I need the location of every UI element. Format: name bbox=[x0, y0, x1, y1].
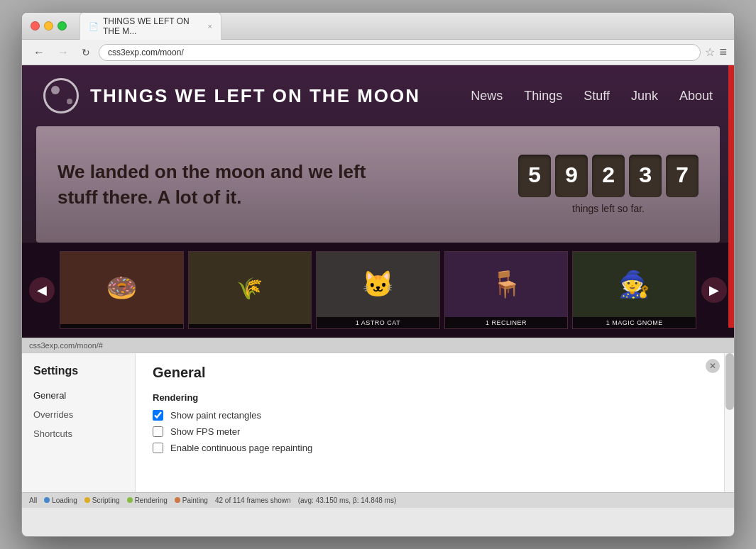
nav-link-news[interactable]: News bbox=[471, 89, 503, 104]
rendering-filter[interactable]: Rendering bbox=[127, 497, 168, 504]
counter-digit-0: 5 bbox=[518, 155, 551, 197]
thumb-item-4[interactable]: 🧙 1 MAGIC GNOME bbox=[572, 251, 696, 329]
maximize-button[interactable] bbox=[57, 21, 67, 30]
thumb-label-2: 1 ASTRO CAT bbox=[317, 317, 439, 328]
bottom-status-bar: All Loading Scripting Rendering Painting… bbox=[22, 492, 734, 508]
close-button[interactable] bbox=[31, 21, 40, 30]
avg-info: (avg: 43.150 ms, β: 14.848 ms) bbox=[298, 497, 397, 504]
thumbnail-strip: ◀ 🍩 🌾 🐱 1 ASTRO CAT 🪑 1 RECLINER bbox=[22, 243, 734, 338]
settings-nav-general[interactable]: General bbox=[22, 386, 135, 405]
thumb-label-1 bbox=[189, 324, 312, 328]
continuous-repainting-checkbox[interactable] bbox=[153, 443, 163, 453]
counter-digit-4: 7 bbox=[666, 155, 699, 197]
counter-digit-1: 9 bbox=[555, 155, 588, 197]
show-paint-rectangles-item: Show paint rectangles bbox=[153, 410, 707, 421]
status-bar: css3exp.com/moon/# bbox=[22, 338, 734, 352]
settings-nav-overrides[interactable]: Overrides bbox=[22, 405, 135, 424]
settings-main: General Rendering Show paint rectangles … bbox=[136, 353, 724, 492]
show-paint-rectangles-label: Show paint rectangles bbox=[170, 410, 261, 421]
scrollbar-thumb[interactable] bbox=[725, 353, 734, 410]
forward-button[interactable]: → bbox=[53, 45, 73, 60]
prev-button[interactable]: ◀ bbox=[29, 277, 55, 303]
moon-logo: THINGS WE LEFT ON THE MOON bbox=[43, 78, 420, 113]
nav-link-about[interactable]: About bbox=[679, 89, 713, 104]
settings-nav-shortcuts[interactable]: Shortcuts bbox=[22, 424, 135, 443]
counter-digit-3: 3 bbox=[629, 155, 662, 197]
tab-title: THINGS WE LEFT ON THE M... bbox=[103, 16, 201, 36]
devtools-content: Settings General Overrides Shortcuts Gen… bbox=[22, 353, 734, 492]
thumb-img-2: 🐱 bbox=[317, 252, 439, 317]
status-url: css3exp.com/moon/# bbox=[29, 341, 103, 350]
counter-label: things left so far. bbox=[572, 203, 645, 214]
settings-section-title: General bbox=[153, 365, 707, 381]
traffic-lights bbox=[31, 21, 67, 30]
devtools-close-button[interactable]: ✕ bbox=[706, 359, 720, 373]
thumb-item-0[interactable]: 🍩 bbox=[60, 251, 184, 329]
thumb-item-3[interactable]: 🪑 1 RECLINER bbox=[444, 251, 569, 329]
browser-window: 📄 THINGS WE LEFT ON THE M... × ← → ↻ ☆ ≡… bbox=[21, 12, 735, 537]
rendering-group-title: Rendering bbox=[153, 392, 707, 403]
thumb-item-2[interactable]: 🐱 1 ASTRO CAT bbox=[316, 251, 440, 329]
counter-section: 5 9 2 3 7 things left so far. bbox=[518, 155, 699, 214]
thumb-item-1[interactable]: 🌾 bbox=[188, 251, 312, 329]
website-content: THINGS WE LEFT ON THE MOON News Things S… bbox=[22, 65, 734, 536]
moon-navigation: THINGS WE LEFT ON THE MOON News Things S… bbox=[22, 65, 734, 126]
continuous-repainting-item: Enable continuous page repainting bbox=[153, 443, 707, 453]
loading-filter[interactable]: Loading bbox=[44, 497, 77, 504]
painting-filter[interactable]: Painting bbox=[175, 497, 208, 504]
site-title: THINGS WE LEFT ON THE MOON bbox=[90, 85, 420, 107]
refresh-button[interactable]: ↻ bbox=[77, 45, 94, 60]
devtools-panel: ✕ Settings General Overrides Shortcuts G… bbox=[22, 352, 734, 508]
counter-digits: 5 9 2 3 7 bbox=[518, 155, 699, 197]
moon-hero: We landed on the moon and we left stuff … bbox=[36, 126, 720, 243]
moon-site: THINGS WE LEFT ON THE MOON News Things S… bbox=[22, 65, 734, 338]
all-filter[interactable]: All bbox=[29, 497, 37, 504]
show-fps-label: Show FPS meter bbox=[170, 426, 240, 437]
scripting-filter[interactable]: Scripting bbox=[84, 497, 120, 504]
show-fps-item: Show FPS meter bbox=[153, 426, 707, 437]
tab-favicon: 📄 bbox=[89, 22, 99, 31]
nav-link-stuff[interactable]: Stuff bbox=[584, 89, 610, 104]
menu-button[interactable]: ≡ bbox=[719, 45, 727, 60]
nav-link-junk[interactable]: Junk bbox=[631, 89, 658, 104]
thumb-img-1: 🌾 bbox=[189, 252, 312, 324]
settings-title: Settings bbox=[22, 365, 135, 386]
thumb-img-0: 🍩 bbox=[60, 252, 183, 324]
moon-logo-icon bbox=[43, 78, 79, 113]
bookmark-button[interactable]: ☆ bbox=[705, 45, 715, 59]
browser-tab[interactable]: 📄 THINGS WE LEFT ON THE M... × bbox=[80, 12, 221, 40]
nav-link-things[interactable]: Things bbox=[524, 89, 562, 104]
next-button[interactable]: ▶ bbox=[701, 277, 727, 303]
thumb-label-0 bbox=[60, 324, 183, 328]
red-border-overlay bbox=[728, 65, 734, 328]
tab-bar: 📄 THINGS WE LEFT ON THE M... × bbox=[80, 12, 725, 40]
show-paint-rectangles-checkbox[interactable] bbox=[153, 410, 163, 421]
continuous-repainting-label: Enable continuous page repainting bbox=[170, 443, 312, 453]
counter-digit-2: 2 bbox=[592, 155, 625, 197]
show-fps-checkbox[interactable] bbox=[153, 426, 163, 437]
moon-nav-links: News Things Stuff Junk About bbox=[471, 89, 713, 104]
settings-sidebar: Settings General Overrides Shortcuts bbox=[22, 353, 136, 492]
frame-info: 42 of 114 frames shown bbox=[215, 497, 291, 504]
thumb-img-3: 🪑 bbox=[445, 252, 568, 317]
back-button[interactable]: ← bbox=[29, 45, 49, 60]
thumb-label-3: 1 RECLINER bbox=[445, 317, 568, 328]
devtools-scrollbar[interactable] bbox=[724, 353, 734, 492]
title-bar: 📄 THINGS WE LEFT ON THE M... × bbox=[22, 13, 734, 40]
thumb-img-4: 🧙 bbox=[573, 252, 696, 317]
hero-text: We landed on the moon and we left stuff … bbox=[57, 159, 377, 211]
minimize-button[interactable] bbox=[44, 21, 53, 30]
thumb-label-4: 1 MAGIC GNOME bbox=[573, 317, 696, 328]
tab-close-button[interactable]: × bbox=[208, 22, 212, 30]
nav-bar: ← → ↻ ☆ ≡ bbox=[22, 40, 734, 65]
address-bar[interactable] bbox=[99, 44, 701, 61]
